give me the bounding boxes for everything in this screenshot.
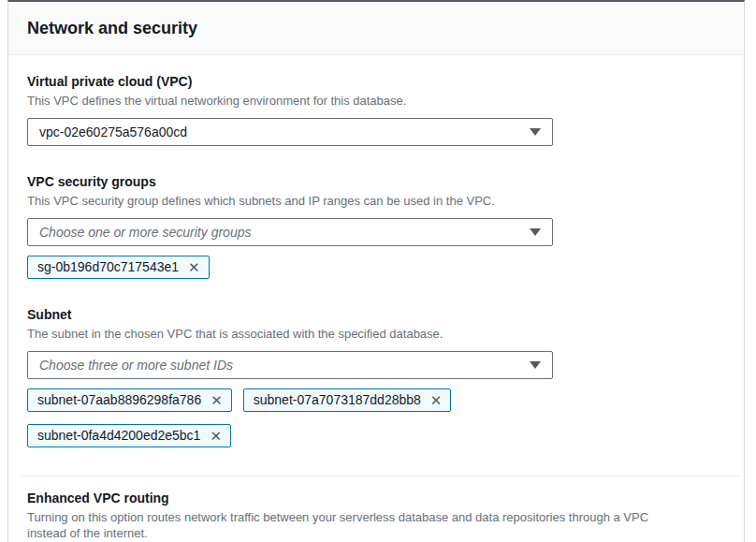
section-divider xyxy=(20,476,740,476)
vpc-select-value: vpc-02e60275a576a00cd xyxy=(39,125,187,139)
token-dismiss-icon[interactable]: ✕ xyxy=(210,429,222,443)
token-dismiss-icon[interactable]: ✕ xyxy=(211,393,223,407)
subnet-label: Subnet xyxy=(27,307,725,322)
vpc-select[interactable]: vpc-02e60275a576a00cd xyxy=(27,118,553,146)
subnet-tokens: subnet-07aab8896298fa786 ✕ subnet-07a707… xyxy=(27,388,553,447)
token-label: subnet-07aab8896298fa786 xyxy=(37,392,201,407)
enhanced-vpc-routing-label: Enhanced VPC routing xyxy=(27,491,725,505)
security-groups-label: VPC security groups xyxy=(27,174,725,189)
enhanced-vpc-routing-description: Turning on this option routes network tr… xyxy=(27,509,673,541)
dropdown-arrow-icon xyxy=(530,128,541,136)
token-label: subnet-07a7073187dd28bb8 xyxy=(254,392,421,407)
token-label: sg-0b196d70c717543e1 xyxy=(37,259,179,274)
selected-token: subnet-07aab8896298fa786 ✕ xyxy=(27,388,232,412)
panel-body: Virtual private cloud (VPC) This VPC def… xyxy=(8,55,744,542)
subnet-select[interactable]: Choose three or more subnet IDs xyxy=(27,351,553,379)
field-group-subnet: Subnet The subnet in the chosen VPC that… xyxy=(27,307,725,447)
security-groups-select[interactable]: Choose one or more security groups xyxy=(27,218,553,246)
dropdown-arrow-icon xyxy=(530,361,541,369)
vpc-label: Virtual private cloud (VPC) xyxy=(27,74,725,89)
subnet-select-placeholder: Choose three or more subnet IDs xyxy=(39,358,233,373)
field-group-vpc: Virtual private cloud (VPC) This VPC def… xyxy=(27,74,725,146)
token-dismiss-icon[interactable]: ✕ xyxy=(188,260,200,274)
selected-token: subnet-0fa4d4200ed2e5bc1 ✕ xyxy=(27,424,231,447)
selected-token: subnet-07a7073187dd28bb8 ✕ xyxy=(243,388,452,412)
token-label: subnet-0fa4d4200ed2e5bc1 xyxy=(37,428,200,443)
network-and-security-panel: Network and security Virtual private clo… xyxy=(7,0,745,542)
panel-title: Network and security xyxy=(27,18,725,38)
security-groups-select-placeholder: Choose one or more security groups xyxy=(39,225,251,240)
vpc-description: This VPC defines the virtual networking … xyxy=(27,93,725,109)
panel-header: Network and security xyxy=(8,2,744,55)
token-dismiss-icon[interactable]: ✕ xyxy=(430,393,443,407)
dropdown-arrow-icon xyxy=(530,228,541,236)
subnet-description: The subnet in the chosen VPC that is ass… xyxy=(27,326,725,342)
field-group-enhanced-vpc-routing: Enhanced VPC routing Turning on this opt… xyxy=(27,491,725,542)
field-group-security-groups: VPC security groups This VPC security gr… xyxy=(27,174,725,279)
security-groups-description: This VPC security group defines which su… xyxy=(27,193,725,209)
security-group-tokens: sg-0b196d70c717543e1 ✕ xyxy=(27,256,553,279)
selected-token: sg-0b196d70c717543e1 ✕ xyxy=(27,256,210,279)
